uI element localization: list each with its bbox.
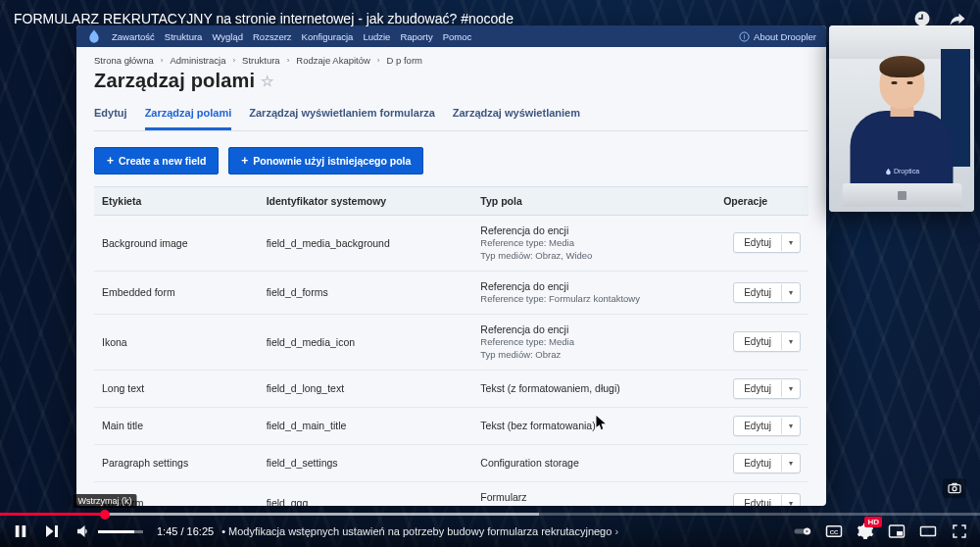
table-row: Ikonafield_d_media_iconReferencja do enc…	[94, 314, 808, 370]
svg-rect-6	[23, 525, 26, 537]
row-edit-button[interactable]: Edytuj▾	[733, 331, 801, 352]
th-type: Typ pola	[472, 187, 715, 216]
pause-button[interactable]	[12, 522, 29, 540]
cell-machine-name: field_d_settings	[259, 444, 473, 481]
cell-machine-name: field_d_main_title	[259, 407, 473, 444]
row-edit-button[interactable]: Edytuj▾	[733, 232, 801, 253]
cell-operations: Edytuj▾	[715, 444, 808, 481]
crumb-home[interactable]: Strona główna	[94, 55, 154, 66]
table-row: Paragraph settingsfield_d_settingsConfig…	[94, 444, 808, 481]
cell-type: Referencja do encjiReference type: Media…	[472, 314, 715, 370]
reuse-field-button[interactable]: +Ponownie użyj istniejącego pola	[228, 147, 423, 174]
cell-label: Paragraph settings	[94, 444, 259, 481]
cell-type: Referencja do encjiReference type: Formu…	[472, 271, 715, 314]
cell-label: Long text	[94, 370, 259, 407]
webcam-overlay: Droptica	[829, 25, 974, 212]
cell-type: Referencja do encjiReference type: Media…	[472, 216, 715, 272]
time-display: 1:45 / 16:25	[157, 525, 214, 537]
svg-rect-13	[921, 527, 936, 536]
cell-operations: Edytuj▾	[715, 407, 808, 444]
table-row: Main titlefield_d_main_titleTekst (bez f…	[94, 407, 808, 444]
video-title: FORMULARZ REKRUTACYJNY na stronie intern…	[14, 11, 913, 26]
theater-button[interactable]	[919, 522, 937, 540]
cell-machine-name: field_d_forms	[259, 271, 473, 314]
cell-type: Configuration storage	[472, 444, 715, 481]
crumb-struktura[interactable]: Struktura	[242, 55, 280, 66]
cell-type: Tekst (z formatowaniem, długi)	[472, 370, 715, 407]
cell-machine-name: field_d_media_background	[259, 216, 473, 272]
cell-operations: Edytuj▾	[715, 370, 808, 407]
settings-button[interactable]: HD	[857, 522, 874, 540]
cell-label: Embedded form	[94, 271, 259, 314]
progress-tooltip: Wstrzymaj (k)	[74, 494, 137, 508]
fields-table: Etykieta Identyfikator systemowy Typ pol…	[94, 186, 808, 506]
tab-manage-display[interactable]: Zarządzaj wyświetlaniem	[453, 100, 580, 130]
svg-rect-2	[949, 485, 960, 493]
cell-label: Main title	[94, 407, 259, 444]
svg-rect-12	[897, 531, 903, 536]
cell-operations: Edytuj▾	[715, 481, 808, 506]
miniplayer-button[interactable]	[888, 522, 906, 540]
video-header: FORMULARZ REKRUTACYJNY na stronie intern…	[0, 0, 980, 37]
th-ops: Operacje	[715, 187, 808, 216]
volume-control[interactable]	[74, 522, 143, 540]
tab-manage-form[interactable]: Zarządzaj wyświetlaniem formularza	[249, 100, 435, 130]
row-edit-button[interactable]: Edytuj▾	[733, 378, 801, 399]
page-tabs: Edytuj Zarządzaj polami Zarządzaj wyświe…	[94, 100, 808, 131]
chevron-down-icon[interactable]: ▾	[781, 495, 800, 506]
table-row: Embedded formfield_d_formsReferencja do …	[94, 271, 808, 314]
row-edit-button[interactable]: Edytuj▾	[733, 416, 801, 436]
chevron-down-icon[interactable]: ▾	[781, 333, 800, 350]
th-etykieta: Etykieta	[94, 187, 259, 216]
cell-label: Background image	[94, 216, 259, 272]
hd-badge: HD	[864, 517, 882, 527]
chapter-title[interactable]: • Modyfikacja wstępnych ustawień na potr…	[214, 525, 794, 537]
svg-text:CC: CC	[830, 529, 839, 535]
page-title: Zarządzaj polami ☆	[94, 70, 808, 92]
row-edit-button[interactable]: Edytuj▾	[733, 493, 801, 506]
svg-rect-4	[952, 483, 956, 486]
crumb-admin[interactable]: Administracja	[170, 55, 225, 66]
row-edit-button[interactable]: Edytuj▾	[733, 453, 801, 473]
cell-type: Tekst (bez formatowania)	[472, 407, 715, 444]
shirt-logo: Droptica	[884, 168, 919, 175]
chevron-down-icon[interactable]: ▾	[781, 418, 800, 434]
table-row: Webformfield_gggFormularzReference type:…	[94, 481, 808, 506]
cell-label: Ikona	[94, 314, 259, 370]
th-machine: Identyfikator systemowy	[259, 187, 473, 216]
cell-operations: Edytuj▾	[715, 216, 808, 272]
chevron-down-icon[interactable]: ▾	[781, 284, 800, 301]
chevron-down-icon[interactable]: ▾	[781, 455, 800, 472]
create-field-button[interactable]: +Create a new field	[94, 147, 219, 174]
favorite-star-icon[interactable]: ☆	[261, 73, 273, 90]
crumb-dpform[interactable]: D p form	[387, 55, 422, 66]
svg-point-3	[953, 487, 956, 491]
player-controls: 1:45 / 16:25 • Modyfikacja wstępnych ust…	[0, 516, 980, 547]
next-button[interactable]	[43, 522, 61, 540]
table-row: Long textfield_d_long_textTekst (z forma…	[94, 370, 808, 407]
fullscreen-button[interactable]	[951, 522, 968, 540]
admin-panel: Zawartość Struktura Wygląd Rozszerz Konf…	[76, 25, 826, 506]
crumb-rodzaje[interactable]: Rodzaje Akapitów	[296, 55, 370, 66]
tab-edit[interactable]: Edytuj	[94, 100, 127, 130]
table-row: Background imagefield_d_media_background…	[94, 216, 808, 272]
cell-machine-name: field_ggg	[259, 481, 473, 506]
breadcrumb: Strona główna› Administracja› Struktura›…	[94, 55, 808, 66]
captions-button[interactable]: CC	[825, 522, 843, 540]
tab-manage-fields[interactable]: Zarządzaj polami	[145, 100, 232, 130]
cell-operations: Edytuj▾	[715, 271, 808, 314]
channel-watermark-icon[interactable]	[943, 478, 966, 498]
chevron-down-icon[interactable]: ▾	[781, 380, 800, 397]
volume-icon[interactable]	[74, 522, 92, 540]
svg-rect-5	[16, 525, 20, 537]
row-edit-button[interactable]: Edytuj▾	[733, 282, 801, 303]
cell-type: FormularzReference type: Formularz	[472, 481, 715, 506]
watch-later-icon[interactable]	[913, 10, 931, 27]
cell-machine-name: field_d_media_icon	[259, 314, 473, 370]
cell-machine-name: field_d_long_text	[259, 370, 473, 407]
cell-operations: Edytuj▾	[715, 314, 808, 370]
chevron-down-icon[interactable]: ▾	[781, 234, 800, 251]
share-icon[interactable]	[949, 10, 966, 27]
autoplay-toggle[interactable]	[794, 522, 811, 540]
